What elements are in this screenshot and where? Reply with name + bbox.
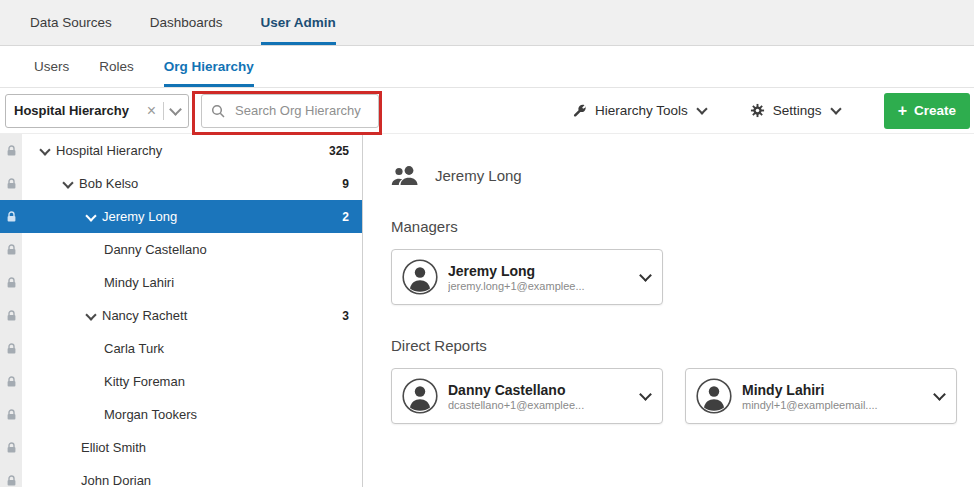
hierarchy-tools-menu[interactable]: Hierarchy Tools [572,103,706,118]
lock-icon [0,431,22,464]
tree-row-label: Carla Turk [104,341,164,356]
tree-row-label: Mindy Lahiri [104,275,174,290]
tree-row-label: Nancy Rachett [102,308,187,323]
tree-row-label: Elliot Smith [81,440,146,455]
lock-icon [0,464,22,487]
chevron-down-icon[interactable] [169,103,182,116]
direct-report-card[interactable]: Danny Castellano dcastellano+1@examplee.… [391,368,663,424]
search-icon [211,104,225,118]
tree-row-count: 9 [342,177,362,191]
content-area: Hospital Hierarchy 325 Bob Kelso 9 Jerem… [0,134,974,487]
direct-reports-heading: Direct Reports [391,337,974,354]
person-info: Danny Castellano dcastellano+1@examplee.… [448,382,633,411]
chevron-down-icon[interactable] [639,269,652,282]
tree-row-hospital-hierarchy[interactable]: Hospital Hierarchy 325 [0,134,362,167]
primary-nav: Data Sources Dashboards User Admin [0,0,974,46]
settings-label: Settings [773,103,822,118]
settings-menu[interactable]: Settings [750,103,840,118]
tab-org-hierarchy[interactable]: Org Hierarchy [164,46,254,87]
page-title: Jeremy Long [435,167,522,184]
toolbar: Hospital Hierarchy Hierarchy Tools [0,88,974,134]
person-email: dcastellano+1@examplee... [448,399,633,411]
avatar [696,378,732,414]
hierarchy-tools-label: Hierarchy Tools [595,103,688,118]
tree-row-label: John Dorian [81,473,151,487]
lock-icon [0,200,22,233]
tree-row-label: Jeremy Long [102,209,177,224]
managers-heading: Managers [391,218,974,235]
tab-data-sources[interactable]: Data Sources [30,0,112,45]
direct-report-card[interactable]: Mindy Lahiri mindyl+1@exampleemail.... [685,368,957,424]
tree-row-label: Danny Castellano [104,242,207,257]
chevron-down-icon [696,103,707,114]
tree-row-count: 325 [329,144,362,158]
tree-row-jeremy-long[interactable]: Jeremy Long 2 [0,200,362,233]
secondary-nav: Users Roles Org Hierarchy [0,46,974,88]
org-tree: Hospital Hierarchy 325 Bob Kelso 9 Jerem… [0,134,363,487]
tree-row-count: 3 [342,309,362,323]
plus-icon [898,103,907,119]
lock-icon [0,365,22,398]
tree-row-carla-turk[interactable]: Carla Turk [0,332,362,365]
toolbar-right-group: Hierarchy Tools Settings [572,93,970,129]
person-info: Mindy Lahiri mindyl+1@exampleemail.... [742,382,927,411]
person-name: Danny Castellano [448,382,633,398]
person-email: mindyl+1@exampleemail.... [742,399,927,411]
chevron-down-icon[interactable] [59,181,77,187]
tree-row-label: Kitty Foreman [104,374,185,389]
tree-row-morgan-tookers[interactable]: Morgan Tookers [0,398,362,431]
manager-card[interactable]: Jeremy Long jeremy.long+1@examplee... [391,249,663,305]
tree-row-label: Hospital Hierarchy [56,143,162,158]
avatar [402,378,438,414]
tree-row-john-dorian[interactable]: John Dorian [0,464,362,487]
create-button[interactable]: Create [884,93,970,129]
gear-icon [750,103,765,118]
search-box [201,94,379,128]
tab-user-admin[interactable]: User Admin [261,0,336,45]
tree-row-nancy-rachett[interactable]: Nancy Rachett 3 [0,299,362,332]
detail-header: Jeremy Long [391,164,974,186]
chevron-down-icon[interactable] [82,313,100,319]
tree-row-kitty-foreman[interactable]: Kitty Foreman [0,365,362,398]
tree-row-mindy-lahiri[interactable]: Mindy Lahiri [0,266,362,299]
managers-list: Jeremy Long jeremy.long+1@examplee... [391,249,974,305]
lock-icon [0,299,22,332]
tree-row-label: Morgan Tookers [104,407,197,422]
tree-row-label: Bob Kelso [79,176,138,191]
tab-roles[interactable]: Roles [99,46,134,87]
create-button-label: Create [914,103,956,118]
chevron-down-icon[interactable] [36,148,54,154]
person-name: Mindy Lahiri [742,382,927,398]
avatar [402,259,438,295]
lock-icon [0,233,22,266]
hierarchy-selector-value: Hospital Hierarchy [14,103,140,118]
person-email: jeremy.long+1@examplee... [448,280,633,292]
lock-icon [0,134,22,167]
tab-dashboards[interactable]: Dashboards [150,0,223,45]
lock-icon [0,266,22,299]
chevron-down-icon[interactable] [82,214,100,220]
tree-row-bob-kelso[interactable]: Bob Kelso 9 [0,167,362,200]
lock-icon [0,332,22,365]
chevron-down-icon[interactable] [639,388,652,401]
tree-row-count: 2 [342,210,362,224]
person-info: Jeremy Long jeremy.long+1@examplee... [448,263,633,292]
wrench-icon [572,103,587,118]
tab-users[interactable]: Users [34,46,69,87]
hierarchy-selector[interactable]: Hospital Hierarchy [5,94,189,128]
tree-row-danny-castellano[interactable]: Danny Castellano [0,233,362,266]
person-name: Jeremy Long [448,263,633,279]
clear-icon[interactable] [147,103,156,119]
tree-row-elliot-smith[interactable]: Elliot Smith [0,431,362,464]
lock-icon [0,398,22,431]
chevron-down-icon[interactable] [933,388,946,401]
lock-icon [0,167,22,200]
direct-reports-list: Danny Castellano dcastellano+1@examplee.… [391,368,974,424]
detail-panel: Jeremy Long Managers Jeremy Long jeremy.… [363,134,974,487]
search-input[interactable] [233,102,369,119]
group-icon [391,164,419,186]
divider [163,102,164,120]
chevron-down-icon [830,103,841,114]
